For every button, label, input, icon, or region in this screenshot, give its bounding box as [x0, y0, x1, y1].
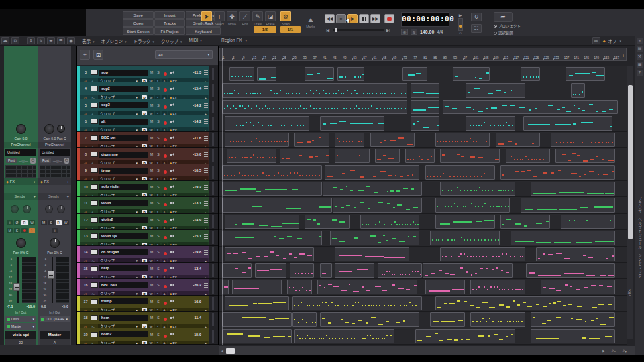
- speaker-icon[interactable]: [169, 168, 175, 173]
- midi-clip[interactable]: [222, 312, 292, 326]
- mute-button[interactable]: M: [149, 316, 154, 320]
- collapse-arrows-icon[interactable]: ◂▸: [1, 37, 9, 44]
- midi-clip[interactable]: [430, 231, 500, 245]
- midi-clip[interactable]: [257, 67, 276, 81]
- tool-edit[interactable]: ⟋Edit: [239, 11, 250, 26]
- solo-button[interactable]: S: [156, 86, 161, 90]
- strip-misc-button[interactable]: Ø: [14, 220, 20, 225]
- clip-lane-11[interactable]: [219, 197, 627, 213]
- midi-clip[interactable]: [287, 280, 311, 294]
- midi-clip[interactable]: [440, 247, 525, 261]
- midi-clip[interactable]: [531, 329, 615, 343]
- record-arm-button[interactable]: [162, 312, 168, 324]
- horizontal-scrollbar[interactable]: ◀ ▶ ⌕₋ ⌕₊: [219, 345, 635, 355]
- midi-clip[interactable]: [523, 116, 613, 130]
- midi-clip[interactable]: [453, 67, 490, 81]
- track-name[interactable]: sop: [99, 70, 148, 76]
- track-row-19[interactable]: 19horn2MS-15.0⊲∿クリップ▼RW*A◆FX+: [77, 328, 218, 345]
- snap-resolution-dropdown[interactable]: 1/1: [280, 26, 301, 33]
- fx-add-icon[interactable]: +: [33, 180, 36, 184]
- mute-button[interactable]: M: [149, 201, 154, 205]
- collapse-dock-icon[interactable]: «: [637, 38, 643, 44]
- midi-clip[interactable]: [225, 116, 309, 130]
- loop-region-icon[interactable]: ⛶: [471, 24, 482, 33]
- track-volume-db[interactable]: -16.9: [176, 300, 203, 304]
- solo-button[interactable]: S: [156, 234, 161, 238]
- zoom-out-icon[interactable]: ⌕₋: [612, 348, 616, 353]
- midi-clip[interactable]: [227, 149, 276, 163]
- midi-clip[interactable]: [280, 149, 329, 163]
- record-arm-button[interactable]: [162, 230, 168, 242]
- grid-icon[interactable]: ▦: [637, 62, 643, 68]
- track-name[interactable]: tymp: [99, 168, 148, 174]
- io-dropdown[interactable]: Omni▼: [5, 316, 36, 322]
- track-row-14[interactable]: 14ch oruganMS-19.8⊲∿クリップ▼RW*A◆FX+: [77, 246, 218, 262]
- power-button[interactable]: ⏻: [30, 158, 36, 164]
- solo-button[interactable]: S: [156, 103, 161, 107]
- track-volume-db[interactable]: -14.2: [176, 119, 203, 123]
- solo-button[interactable]: S: [156, 250, 161, 254]
- region-fx-menu[interactable]: Region FX ▾: [221, 38, 247, 42]
- track-volume-db[interactable]: -14.2: [176, 103, 203, 107]
- mute-button[interactable]: M: [149, 250, 154, 254]
- zoom-in-icon[interactable]: ⌕₊: [623, 348, 627, 353]
- midi-clip[interactable]: [435, 133, 490, 147]
- menu-button-fit-project[interactable]: Fit Project: [154, 27, 185, 35]
- record-arm-button[interactable]: [162, 296, 168, 308]
- loop-icon[interactable]: ↻: [471, 13, 482, 21]
- track-volume-db[interactable]: -10.5: [176, 168, 203, 172]
- record-arm-button[interactable]: [162, 148, 168, 160]
- horizontal-scroll-thumb[interactable]: [226, 348, 235, 354]
- speaker-icon[interactable]: [169, 152, 175, 157]
- sends-bar[interactable]: Sends+: [4, 193, 38, 200]
- dock-tabs-vertical[interactable]: ブラウザ | ヘルプモジュール | シンセラック: [637, 197, 643, 278]
- browser-folder-icon[interactable]: ▤: [637, 46, 643, 52]
- sends-bar[interactable]: Sends+: [38, 193, 71, 200]
- record-button[interactable]: [384, 14, 394, 23]
- speaker-icon[interactable]: [169, 86, 175, 91]
- butterfly-icon[interactable]: ⋈: [592, 37, 600, 44]
- midi-clip[interactable]: [411, 100, 440, 114]
- record-ring-icon[interactable]: ◉: [67, 37, 75, 44]
- menu-button-keyboard[interactable]: Keyboard: [186, 27, 221, 35]
- track-name[interactable]: ch orugan: [99, 249, 148, 255]
- menu-クリップ[interactable]: クリップ▾: [161, 38, 182, 44]
- midi-clip[interactable]: [541, 280, 615, 294]
- arm-button[interactable]: R: [56, 220, 62, 225]
- midi-clip[interactable]: [470, 280, 525, 294]
- tool-smart[interactable]: ➤Smart: [201, 11, 212, 26]
- track-name[interactable]: violin: [99, 200, 148, 206]
- menu-button-tracks[interactable]: Tracks: [154, 19, 185, 27]
- track-row-16[interactable]: 16BBC bellMS-26.2⊲∿クリップ▼RW*A◆FX+: [77, 279, 218, 295]
- play-mode-icon[interactable]: ▶: [456, 13, 464, 17]
- track-volume-db[interactable]: -15.1: [176, 234, 203, 238]
- midi-clip[interactable]: [225, 133, 289, 147]
- record-arm-button[interactable]: [162, 181, 168, 193]
- midi-clip[interactable]: [425, 280, 465, 294]
- ruler-add-icon[interactable]: +: [622, 54, 625, 58]
- io-dropdown[interactable]: Master▼: [5, 323, 36, 330]
- midi-clip[interactable]: [222, 100, 407, 114]
- midi-clip[interactable]: [440, 182, 515, 196]
- track-row-4[interactable]: 4sop2MS-15.4⊲∿クリップ▼RW*A◆FX+: [77, 82, 218, 99]
- memo-dock-tab[interactable]: メモ: [627, 288, 632, 296]
- send-knob[interactable]: [23, 205, 31, 213]
- midi-clip[interactable]: [466, 116, 515, 130]
- mute-button[interactable]: M: [41, 220, 47, 225]
- audio-engine-icon[interactable]: ≋: [411, 29, 417, 35]
- export-option-selection[interactable]: 選択範囲: [494, 30, 521, 36]
- track-name[interactable]: alt: [99, 119, 148, 125]
- speaker-icon[interactable]: [169, 184, 175, 190]
- track-volume-db[interactable]: -13.4: [176, 267, 203, 271]
- speaker-icon[interactable]: [169, 299, 175, 304]
- midi-clip[interactable]: [500, 215, 550, 229]
- fx-bar[interactable]: ◆FX+: [4, 178, 38, 185]
- record-arm-button[interactable]: [162, 164, 168, 176]
- mute-button[interactable]: M: [149, 333, 154, 337]
- midi-clip[interactable]: [470, 312, 525, 326]
- post-button[interactable]: Post: [6, 158, 17, 163]
- eq-curve-display[interactable]: [40, 165, 70, 178]
- midi-clip[interactable]: [411, 116, 440, 130]
- tool-select[interactable]: ISelect: [214, 11, 225, 26]
- mute-button[interactable]: M: [149, 300, 154, 304]
